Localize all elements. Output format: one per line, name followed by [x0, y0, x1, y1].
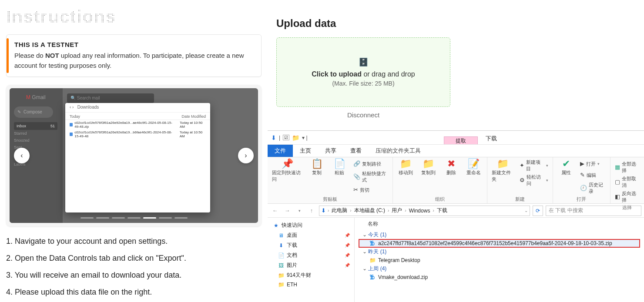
- down-arrow-icon[interactable]: ⬇: [271, 134, 276, 141]
- step-4: 4. Please upload this data file on the r…: [6, 288, 262, 297]
- gmail-search: 🔍 Search mail: [67, 93, 154, 103]
- ribbon-history[interactable]: 🕘历史记录: [580, 182, 606, 195]
- folder-icon: 📁: [292, 134, 299, 141]
- file-explorer-window: ⬇ | ☑ 📁 ▾ | 提取 下载 文件 主页 共享 查看 压缩的文件夹工具: [268, 130, 644, 302]
- ribbon-moveto[interactable]: 📁移动到: [397, 159, 415, 176]
- search-input[interactable]: 在 下载 中搜索: [546, 206, 641, 216]
- ribbon-edit[interactable]: ✎编辑: [580, 170, 596, 180]
- page-title: Instructions: [6, 7, 262, 27]
- step-3: 3. You will receive an email to download…: [6, 271, 262, 280]
- ribbon-pin[interactable]: 📌固定到快速访问: [272, 159, 303, 183]
- upload-dropzone[interactable]: 🗄️ Click to upload or drag and drop (Max…: [276, 37, 450, 107]
- group-lastweek[interactable]: 上周 (4): [359, 264, 640, 273]
- crumb-thispc[interactable]: 此电脑: [330, 207, 349, 214]
- database-icon: 🗄️: [359, 57, 368, 67]
- ribbon-invertselect[interactable]: ◧反向选择: [615, 190, 640, 203]
- ribbon-properties[interactable]: ✔属性: [557, 159, 575, 176]
- address-bar[interactable]: ⬇ › 此电脑› 本地磁盘 (C:)› 用户› Windows› 下载 ⌄: [319, 206, 530, 216]
- down-arrow-icon: ⬇: [321, 207, 326, 214]
- upload-title: Upload data: [276, 17, 640, 30]
- file-today-zip[interactable]: 🗜a2c247ffd77f8a145d71082ef2e4599c4f46ec8…: [359, 239, 640, 247]
- ribbon-easyaccess[interactable]: ⚙轻松访问▾: [520, 174, 548, 187]
- nav-forward-button: →: [282, 206, 292, 216]
- screenshot-carousel: M Gmail 🔍 Search mail Compose Inbox51 St…: [6, 85, 262, 226]
- group-yesterday[interactable]: 昨天 (1): [359, 247, 640, 256]
- carousel-prev-button[interactable]: ‹: [14, 148, 30, 163]
- finder-window: ‹ › Downloads TodayDate Modified c02ccf1…: [65, 103, 210, 212]
- refresh-button[interactable]: ⟳: [533, 206, 543, 216]
- tree-downloads[interactable]: ⬇下载📌: [268, 240, 354, 250]
- tab-view[interactable]: 查看: [343, 145, 369, 157]
- tree-folder-eth[interactable]: 📁ETH: [268, 280, 354, 289]
- file-vmake-zip[interactable]: 🗜Vmake_download.zip: [359, 273, 640, 281]
- ribbon-newitem[interactable]: ✦新建项目▾: [520, 159, 548, 172]
- ribbon-selectnone[interactable]: ▢全部取消: [615, 176, 640, 189]
- ribbon-copy[interactable]: 📋复制: [308, 159, 325, 176]
- crumb-cdrive[interactable]: 本地磁盘 (C:): [352, 207, 387, 214]
- gmail-logo: M Gmail: [26, 94, 46, 100]
- extract-context-tab[interactable]: 提取: [444, 136, 478, 144]
- qat-check-icon[interactable]: ☑: [283, 135, 289, 140]
- ribbon-rename[interactable]: 📝重命名: [465, 159, 483, 176]
- ribbon-paste[interactable]: 📄粘贴: [331, 159, 348, 176]
- nav-recent-button[interactable]: ▾: [295, 206, 304, 216]
- nav-back-button[interactable]: ←: [270, 206, 280, 216]
- tree-quickaccess[interactable]: ★快速访问: [268, 220, 354, 230]
- ribbon-open[interactable]: ▶打开▾: [580, 159, 600, 169]
- ribbon-copyto[interactable]: 📁复制到: [420, 159, 437, 176]
- screenshot-image: M Gmail 🔍 Search mail Compose Inbox51 St…: [10, 88, 258, 223]
- ribbon-newfolder[interactable]: 📁新建文件夹: [492, 159, 514, 183]
- file-telegram-folder[interactable]: 📁Telegram Desktop: [359, 256, 640, 264]
- disconnect-link[interactable]: Disconnect: [276, 111, 450, 119]
- step-2: 2. Open the Data Controls tab and click …: [6, 254, 262, 263]
- step-1: 1. Navigate to your account and open set…: [6, 237, 262, 246]
- notice-body: Please do NOT upload any real informatio…: [14, 51, 253, 70]
- tree-pictures[interactable]: 🖼图片📌: [268, 260, 354, 270]
- ribbon-copypath[interactable]: 🔗复制路径: [353, 159, 381, 169]
- tab-compressed-tools[interactable]: 压缩的文件夹工具: [369, 145, 428, 157]
- carousel-next-button[interactable]: ›: [238, 148, 254, 163]
- nav-tree: ★快速访问 🖥桌面📌 ⬇下载📌 📄文档📌 🖼图片📌 📁914又牛财 📁ETH: [268, 218, 355, 302]
- notice-heading: THIS IS A TESTNET: [14, 41, 253, 48]
- ribbon-cut[interactable]: ✂剪切: [353, 185, 369, 195]
- ribbon-pasteshortcut[interactable]: 📎粘贴快捷方式: [353, 170, 388, 183]
- tree-desktop[interactable]: 🖥桌面📌: [268, 230, 354, 240]
- file-list: 名称 今天 (1) 🗜a2c247ffd77f8a145d71082ef2e45…: [355, 218, 644, 302]
- col-name-header[interactable]: 名称: [359, 219, 640, 230]
- testnet-notice: THIS IS A TESTNET Please do NOT upload a…: [6, 34, 262, 77]
- nav-up-button[interactable]: ↑: [307, 206, 316, 216]
- tab-file[interactable]: 文件: [268, 145, 293, 157]
- tree-documents[interactable]: 📄文档📌: [268, 250, 354, 260]
- address-dropdown[interactable]: ⌄: [524, 208, 528, 213]
- group-today[interactable]: 今天 (1): [359, 230, 640, 239]
- tree-folder-914[interactable]: 📁914又牛财: [268, 270, 354, 280]
- crumb-windows[interactable]: Windows: [407, 208, 432, 214]
- window-title: 下载: [478, 133, 505, 144]
- tab-home[interactable]: 主页: [293, 145, 318, 157]
- crumb-users[interactable]: 用户: [390, 207, 404, 214]
- ribbon: 📌固定到快速访问 📋复制 📄粘贴 🔗复制路径 📎粘贴快捷方式 ✂剪切 剪贴板 📁: [268, 157, 644, 204]
- tab-share[interactable]: 共享: [318, 145, 343, 157]
- gmail-compose: Compose: [14, 106, 53, 118]
- crumb-downloads[interactable]: 下载: [435, 207, 449, 214]
- ribbon-delete[interactable]: ✖删除: [443, 159, 460, 176]
- ribbon-selectall[interactable]: ▦全部选择: [615, 161, 640, 174]
- upload-limit: (Max. File size: 25 MB): [332, 80, 394, 87]
- instructions-steps: 1. Navigate to your account and open set…: [6, 237, 262, 297]
